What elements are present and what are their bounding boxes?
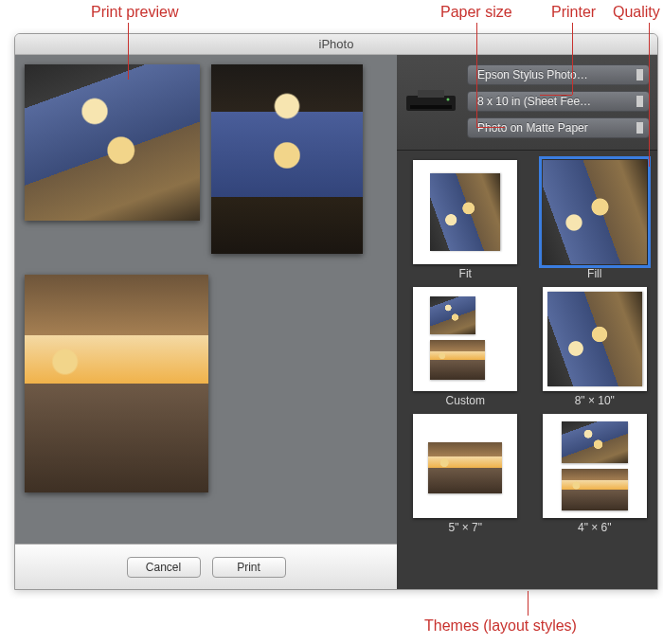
theme-label: 4" × 6" [534, 522, 656, 533]
left-panel: Cancel Print [15, 55, 397, 589]
theme-item-fill[interactable]: Fill [534, 160, 656, 279]
quality-dropdown-label: Photo on Matte Paper [477, 121, 588, 134]
callout-line [540, 95, 572, 96]
theme-item-5x7[interactable]: 5" × 7" [404, 414, 527, 533]
theme-label: 5" × 7" [404, 522, 527, 533]
svg-point-3 [447, 98, 450, 101]
quality-dropdown[interactable]: Photo on Matte Paper ▲▼ [467, 117, 650, 138]
svg-rect-1 [418, 90, 444, 98]
annotation-printer: Printer [551, 4, 596, 21]
preview-thumbnail[interactable] [25, 275, 208, 492]
callout-line [528, 591, 529, 616]
callout-line [476, 23, 477, 127]
theme-label: Fit [404, 268, 527, 279]
callout-line [649, 23, 650, 167]
svg-rect-2 [410, 105, 452, 109]
printer-dropdown[interactable]: Epson Stylus Photo… ▲▼ [467, 64, 650, 85]
theme-item-fit[interactable]: Fit [404, 160, 527, 279]
annotation-print-preview: Print preview [91, 4, 178, 21]
annotation-quality: Quality [613, 4, 660, 21]
print-dialog-window: iPhoto Cancel Print [14, 33, 658, 590]
callout-line [476, 127, 505, 128]
preview-thumbnail[interactable] [25, 64, 200, 221]
theme-item-4x6[interactable]: 4" × 6" [534, 414, 656, 533]
titlebar: iPhoto [15, 34, 657, 55]
themes-list[interactable]: Fit Fill Custom 8" [397, 151, 657, 589]
preview-thumbnail[interactable] [211, 64, 363, 254]
window-title: iPhoto [319, 37, 354, 51]
printer-icon [403, 64, 459, 140]
theme-item-8x10[interactable]: 8" × 10" [534, 287, 656, 406]
cancel-button[interactable]: Cancel [127, 557, 201, 578]
right-panel: Epson Stylus Photo… ▲▼ 8 x 10 in (Sheet … [397, 55, 657, 589]
print-preview-area [15, 55, 397, 544]
updown-icon: ▲▼ [636, 96, 643, 107]
theme-label: Custom [404, 395, 527, 406]
callout-line [572, 23, 573, 95]
paper-size-dropdown-label: 8 x 10 in (Sheet Fee… [477, 95, 591, 108]
print-settings: Epson Stylus Photo… ▲▼ 8 x 10 in (Sheet … [397, 55, 657, 151]
updown-icon: ▲▼ [636, 69, 643, 80]
theme-label: 8" × 10" [534, 395, 656, 406]
theme-label: Fill [534, 268, 656, 279]
updown-icon: ▲▼ [636, 122, 643, 134]
print-button[interactable]: Print [212, 557, 286, 578]
bottom-toolbar: Cancel Print [15, 544, 397, 589]
annotation-themes: Themes (layout styles) [424, 617, 577, 635]
annotation-paper-size: Paper size [440, 4, 512, 21]
callout-line [128, 23, 129, 80]
theme-item-custom[interactable]: Custom [404, 287, 527, 406]
